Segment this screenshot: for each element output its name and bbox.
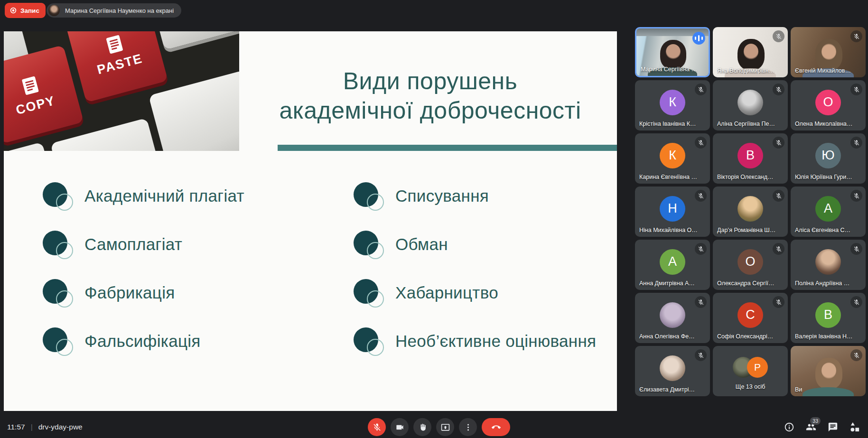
participant-name: Поліна Андріївна … xyxy=(795,280,849,287)
camera-icon xyxy=(395,423,404,432)
mic-muted-icon xyxy=(850,243,862,255)
slide-item-label: Академічний плагіат xyxy=(84,186,244,205)
slide-bullet-item: Фабрикація xyxy=(43,279,175,307)
slide-bullet-item: Обман xyxy=(354,231,448,258)
mic-muted-icon xyxy=(695,137,707,149)
slide-title-line1: Види порушень xyxy=(243,66,617,96)
bottom-bar: 11:57 | drv-yday-pwe xyxy=(0,416,868,438)
mic-muted-icon xyxy=(695,243,707,255)
participant-tile-1[interactable]: Марина Сергіївна … xyxy=(635,27,710,77)
mic-muted-icon xyxy=(850,190,862,202)
camera-toggle-button[interactable] xyxy=(391,418,409,436)
activities-icon xyxy=(849,422,860,432)
chat-button[interactable] xyxy=(828,422,838,432)
slide-item-label: Хабарництво xyxy=(395,283,498,302)
avatar: К xyxy=(660,90,685,115)
mic-muted-icon xyxy=(773,84,784,95)
avatar-photo xyxy=(737,90,763,115)
participant-tile-2[interactable]: Яна Володимирівн… xyxy=(713,27,788,77)
mic-toggle-button[interactable] xyxy=(368,418,386,436)
meta-separator: | xyxy=(31,423,33,431)
participant-tile-8[interactable]: ВВікторія Олександ… xyxy=(713,133,788,184)
participant-tile-5[interactable]: Аліна Сергіївна Пе… xyxy=(713,80,788,130)
slide-bullet-item: Академічний плагіат xyxy=(43,182,244,210)
participant-tile-7[interactable]: ККарина Євгеніївна … xyxy=(635,133,710,184)
bullet-circle-icon xyxy=(354,327,383,355)
slide-bullet-item: Самоплагіат xyxy=(43,231,182,258)
presenter-pill[interactable]: Марина Сергіївна Науменко на екрані xyxy=(47,3,181,18)
mic-muted-icon xyxy=(773,137,784,149)
participant-tile-9[interactable]: ЮЮлія Юріївна Гури… xyxy=(791,133,866,184)
raise-hand-button[interactable] xyxy=(413,418,431,436)
mic-muted-icon xyxy=(373,423,382,432)
copy-key-label: COPY xyxy=(14,93,57,118)
mic-muted-icon xyxy=(773,243,784,255)
present-screen-button[interactable] xyxy=(436,418,454,436)
more-options-icon xyxy=(464,423,473,432)
avatar: К xyxy=(660,143,685,168)
more-options-button[interactable] xyxy=(459,418,477,436)
bullet-circle-icon xyxy=(43,231,72,258)
avatar: Р xyxy=(747,357,768,378)
participant-name: Софія Олександрі… xyxy=(717,333,773,340)
avatar: С xyxy=(737,302,763,328)
participant-name: Ніна Михайлівна О… xyxy=(639,227,698,233)
slide-title-underline xyxy=(278,145,617,151)
participant-name: Юлія Юріївна Гури… xyxy=(795,174,852,180)
slide-item-label: Списування xyxy=(395,186,489,205)
participant-name: Вікторія Олександ… xyxy=(717,174,774,180)
participant-tile-14[interactable]: ООлександра Сергії… xyxy=(713,240,788,290)
participant-name: Карина Євгеніївна … xyxy=(639,174,697,180)
chat-icon xyxy=(828,422,838,432)
bullet-circle-icon xyxy=(43,327,72,355)
document-icon xyxy=(104,33,125,55)
participant-tile-20[interactable]: РЩе 13 осіб xyxy=(713,346,788,396)
avatar: О xyxy=(815,90,841,115)
screen-share-slide: COPY PASTE Види порушень академічної доб… xyxy=(4,31,617,411)
participant-tile-16[interactable]: Анна Олегівна Фе… xyxy=(635,293,710,343)
clock: 11:57 xyxy=(7,423,25,431)
avatar-photo xyxy=(660,302,685,328)
google-meet-window: Запис Марина Сергіївна Науменко на екран… xyxy=(0,0,868,438)
recording-indicator[interactable]: Запис xyxy=(5,3,46,18)
participant-name: Анна Дмитрівна А… xyxy=(639,280,695,287)
participant-name: Анна Олегівна Фе… xyxy=(639,333,695,340)
show-participants-button[interactable]: 33 xyxy=(806,422,816,432)
participant-tile-6[interactable]: ООлена Миколаївна… xyxy=(791,80,866,130)
overflow-count-label: Ще 13 осіб xyxy=(736,383,765,390)
record-icon xyxy=(9,7,17,14)
participant-tile-21[interactable]: Ви xyxy=(791,346,866,396)
mic-muted-icon xyxy=(695,84,707,95)
participant-tile-12[interactable]: ААліса Євгенівна С… xyxy=(791,186,866,237)
avatar: А xyxy=(660,249,685,275)
participant-name: Олександра Сергії… xyxy=(717,280,774,287)
mic-muted-icon xyxy=(850,296,862,308)
meeting-details-button[interactable] xyxy=(784,422,794,432)
mic-muted-icon xyxy=(773,190,784,202)
participant-tile-11[interactable]: Дар’я Романівна Ш… xyxy=(713,186,788,237)
bullet-circle-icon xyxy=(354,182,383,210)
activities-button[interactable] xyxy=(849,422,860,432)
participant-tile-19[interactable]: Єлизавета Дмитрі… xyxy=(635,346,710,396)
participant-tile-3[interactable]: Євгеній Михайлов… xyxy=(791,27,866,77)
slide-title-line2: академічної доброчесності xyxy=(243,96,617,125)
slide-bullet-item: Списування xyxy=(354,182,489,210)
participant-tile-15[interactable]: Поліна Андріївна … xyxy=(791,240,866,290)
participant-tile-4[interactable]: ККрістіна Іванівна К… xyxy=(635,80,710,130)
bullet-circle-icon xyxy=(354,279,383,307)
participant-tile-17[interactable]: ССофія Олександрі… xyxy=(713,293,788,343)
participant-name: Дар’я Романівна Ш… xyxy=(717,227,775,233)
slide-item-label: Необ’єктивне оцінювання xyxy=(395,332,596,351)
participant-tile-13[interactable]: ААнна Дмитрівна А… xyxy=(635,240,710,290)
slide-item-label: Самоплагіат xyxy=(84,235,182,254)
mic-muted-icon xyxy=(773,30,784,42)
participant-count-badge: 33 xyxy=(810,417,821,425)
participant-tile-10[interactable]: ННіна Михайлівна О… xyxy=(635,186,710,237)
info-icon xyxy=(784,422,794,432)
participant-tile-18[interactable]: ВВалерія Іванівна Н… xyxy=(791,293,866,343)
avatar: А xyxy=(815,196,841,222)
end-call-button[interactable] xyxy=(482,418,510,436)
mic-muted-icon xyxy=(850,30,862,42)
end-call-icon xyxy=(492,423,501,432)
slide-title: Види порушень академічної доброчесності xyxy=(243,66,617,125)
